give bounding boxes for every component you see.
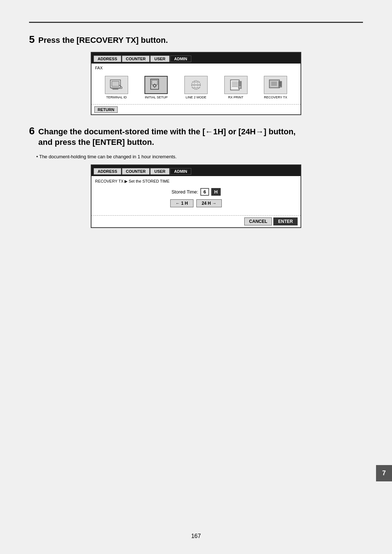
rx-print-label: RX PRINT: [228, 95, 244, 99]
screen-header-1: ADDRESS COUNTER USER ADMIN: [91, 53, 301, 64]
section-divider: [29, 22, 363, 23]
recovery-path-label: RECOVERY TX: [95, 179, 123, 183]
forward-24h-button[interactable]: 24 H →: [196, 199, 222, 207]
stored-time-label: Stored Time:: [171, 189, 198, 195]
page-content: 5 Press the [RECOVERY TX] button. ADDRES…: [0, 0, 392, 554]
tab-admin-2[interactable]: ADMIN: [170, 168, 191, 175]
step-6-title: Change the document-stored time with the…: [38, 127, 296, 147]
initial-setup-icon: [148, 78, 164, 91]
time-btn-row: ← 1 H 24 H →: [95, 199, 297, 207]
initial-setup-icon-box: [144, 76, 168, 94]
recovery-tx-icon-item[interactable]: RECOVERY TX: [259, 76, 292, 99]
rx-print-icon-box: [224, 76, 248, 94]
terminal-id-label: TERMINAL ID: [106, 95, 127, 99]
enter-button[interactable]: ENTER: [273, 217, 298, 225]
svg-point-7: [154, 85, 155, 86]
tab-counter-2[interactable]: COUNTER: [122, 168, 150, 175]
screen-footer-2: CANCEL ENTER: [91, 215, 301, 227]
cancel-button[interactable]: CANCEL: [244, 217, 272, 225]
fax-label: FAX: [95, 66, 297, 70]
svg-rect-35: [279, 85, 281, 86]
tab-address-1[interactable]: ADDRESS: [94, 56, 121, 62]
tab-row-1: ADDRESS COUNTER USER ADMIN: [91, 54, 301, 62]
stored-time-value: 6: [200, 188, 209, 196]
step-6-note: The document-holding time can be changed…: [36, 154, 363, 159]
recovery-path-sub: Set the STORED TIME: [128, 179, 170, 183]
recovery-tx-icon-box: [264, 76, 287, 94]
svg-rect-34: [279, 83, 281, 84]
screen-footer-1: RETURN: [91, 104, 301, 114]
terminal-id-icon-item[interactable]: TERMINAL ID: [100, 76, 133, 99]
recovery-path: RECOVERY TX ▶ Set the STORED TIME: [95, 179, 297, 184]
step-5-number: 5: [29, 34, 35, 45]
svg-rect-1: [112, 81, 119, 86]
line2-mode-icon: [188, 78, 204, 91]
line2-mode-label: LINE 2 MODE: [185, 95, 206, 99]
rx-print-icon-item[interactable]: RX PRINT: [220, 76, 252, 99]
terminal-id-icon-box: [105, 76, 128, 94]
svg-rect-27: [270, 81, 279, 87]
recovery-path-arrow: ▶: [124, 179, 128, 183]
tab-row-2: ADDRESS COUNTER USER ADMIN: [91, 167, 301, 175]
back-1h-button[interactable]: ← 1 H: [170, 199, 193, 207]
page-number: 167: [191, 533, 201, 539]
svg-rect-23: [239, 82, 241, 83]
tab-address-2[interactable]: ADDRESS: [94, 168, 121, 175]
svg-rect-24: [239, 83, 241, 84]
step-5-heading: 5 Press the [RECOVERY TX] button.: [29, 34, 363, 45]
step-6-number: 6: [29, 125, 35, 137]
initial-setup-icon-item[interactable]: INITIAL SETUP: [140, 76, 172, 99]
step-5-title: Press the [RECOVERY TX] button.: [38, 36, 168, 45]
stored-time-unit: H: [211, 188, 220, 196]
icon-row-1: TERMINAL ID: [95, 73, 297, 102]
screen-header-2: ADDRESS COUNTER USER ADMIN: [91, 165, 301, 176]
tab-user-2[interactable]: USER: [150, 168, 170, 175]
screen-mockup-1: ADDRESS COUNTER USER ADMIN FAX: [91, 52, 301, 115]
tab-user-1[interactable]: USER: [150, 56, 170, 62]
step-5-section: 5 Press the [RECOVERY TX] button. ADDRES…: [29, 34, 363, 115]
screen-mockup-2: ADDRESS COUNTER USER ADMIN RECOVERY TX ▶…: [91, 164, 301, 228]
svg-rect-25: [239, 85, 241, 86]
recovery-tx-label: RECOVERY TX: [264, 95, 287, 99]
sidebar-number: 7: [376, 465, 392, 481]
tab-counter-1[interactable]: COUNTER: [122, 56, 150, 62]
line2-mode-icon-item[interactable]: LINE 2 MODE: [180, 76, 212, 99]
step-6-heading: 6 Change the document-stored time with t…: [29, 125, 363, 147]
initial-setup-label: INITIAL SETUP: [145, 95, 168, 99]
rx-print-icon: [228, 78, 244, 91]
step-6-section: 6 Change the document-stored time with t…: [29, 125, 363, 228]
terminal-id-icon: [109, 78, 124, 91]
tab-admin-1[interactable]: ADMIN: [170, 56, 191, 62]
svg-rect-33: [279, 82, 281, 83]
screen-body-2: RECOVERY TX ▶ Set the STORED TIME Stored…: [91, 176, 301, 215]
recovery-tx-icon: [268, 78, 283, 91]
return-button[interactable]: RETURN: [94, 106, 118, 113]
line2-mode-icon-box: [184, 76, 208, 94]
stored-time-row: Stored Time: 6 H: [95, 188, 297, 196]
screen-body-1: FAX TERMINAL ID: [91, 64, 301, 104]
